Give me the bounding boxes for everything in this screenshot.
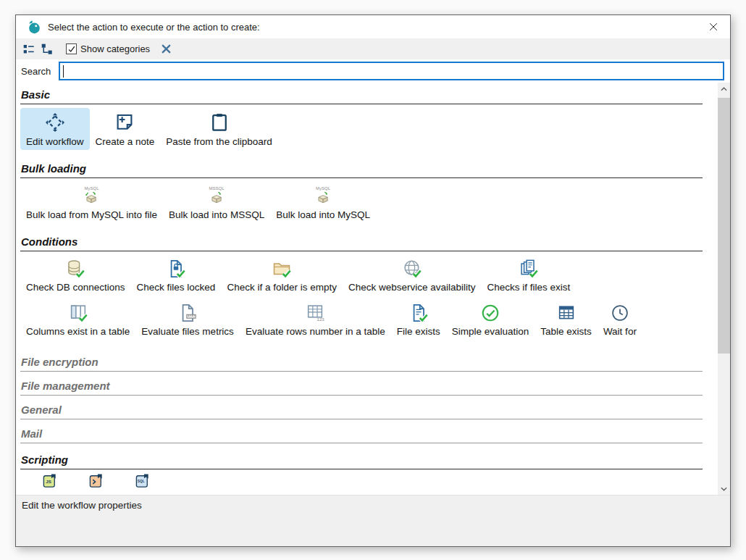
- columns-check-icon: [68, 303, 88, 323]
- db-type-tag: MSSQL: [209, 185, 225, 191]
- list-view-icon[interactable]: [20, 41, 37, 58]
- tree-view-icon[interactable]: [38, 41, 55, 58]
- db-type-tag: MySQL: [85, 185, 99, 191]
- scrollbar-thumb[interactable]: [718, 98, 730, 354]
- scroll-up-icon[interactable]: [718, 83, 730, 95]
- category-bulk-loading: Bulk loadingMySQLBulk load from MySQL in…: [20, 162, 719, 223]
- action-item-shell-script[interactable]: [88, 472, 105, 489]
- icon-area: [408, 303, 429, 323]
- svg-text:JS: JS: [46, 479, 51, 484]
- icon-area: [272, 259, 292, 279]
- icon-area: [519, 259, 539, 279]
- icon-area: [114, 112, 135, 133]
- action-item-label: File exists: [397, 326, 440, 338]
- action-item-label: Bulk load from MySQL into file: [26, 209, 157, 221]
- folder-check-icon: [272, 259, 292, 279]
- action-item-check-db-connections[interactable]: Check DB connections: [20, 255, 131, 296]
- db-type-tag: MySQL: [316, 185, 330, 191]
- action-item-simple-evaluation[interactable]: Simple evaluation: [446, 299, 535, 340]
- item-row: MySQLBulk load from MySQL into fileMSSQL…: [20, 182, 719, 223]
- selected-action-description: Edit the workflow properties: [22, 500, 724, 511]
- action-item-label: Evaluate files metrics: [141, 326, 234, 338]
- svg-text:SQL: SQL: [138, 480, 145, 483]
- action-item-label: Table exists: [540, 326, 592, 338]
- action-item-checks-if-files-exist[interactable]: Checks if files exist: [482, 255, 577, 296]
- action-item-bulk-load-from-mysql-into-file[interactable]: MySQLBulk load from MySQL into file: [20, 182, 163, 223]
- action-item-label: Check files locked: [137, 282, 216, 293]
- file-metrics-icon: [177, 303, 198, 323]
- category-mail: Mail: [20, 427, 719, 443]
- js-script-icon: JS: [42, 472, 59, 489]
- action-item-check-webservice-availability[interactable]: Check webservice availability: [343, 255, 482, 296]
- svg-text:123: 123: [317, 317, 325, 322]
- category-basic: BasicEdit workflowCreate a notePaste fro…: [20, 88, 719, 150]
- icon-area: [556, 303, 577, 323]
- globe-check-icon: [402, 259, 422, 279]
- action-item-create-a-note[interactable]: Create a note: [90, 108, 161, 150]
- icon-area: [402, 259, 422, 279]
- icon-area: 123: [305, 303, 325, 323]
- shell-script-icon: [88, 472, 105, 489]
- titlebar: Select the action to execute or the acti…: [16, 15, 730, 38]
- table-123-icon: 123: [305, 303, 325, 323]
- clipboard-icon: [209, 112, 230, 133]
- action-item-columns-exist-in-a-table[interactable]: Columns exist in a table: [20, 299, 135, 340]
- action-item-label: Paste from the clipboard: [166, 136, 272, 148]
- dialog-title: Select the action to execute or the acti…: [48, 22, 704, 33]
- action-item-label: Edit workflow: [26, 136, 84, 148]
- action-item-label: Check webservice availability: [348, 282, 476, 293]
- action-item-paste-from-the-clipboard[interactable]: Paste from the clipboard: [160, 108, 277, 150]
- action-item-edit-workflow[interactable]: Edit workflow: [20, 108, 90, 150]
- action-item-js-script[interactable]: JS: [42, 472, 59, 489]
- category-header-basic: Basic: [20, 88, 703, 104]
- action-item-label: Simple evaluation: [452, 326, 529, 338]
- icon-area: [65, 259, 85, 279]
- category-file-encryption: File encryption: [20, 356, 719, 372]
- edit-workflow-icon: [44, 112, 66, 133]
- action-item-bulk-load-into-mysql[interactable]: MySQLBulk load into MySQL: [270, 182, 376, 223]
- action-item-label: Bulk load into MySQL: [276, 209, 370, 221]
- category-conditions: ConditionsCheck DB connectionsCheck file…: [20, 235, 719, 340]
- icon-area: [209, 112, 230, 133]
- category-header-conditions: Conditions: [20, 235, 703, 251]
- action-item-label: Checks if files exist: [487, 282, 571, 293]
- action-item-evaluate-rows-number-in-a-table[interactable]: 123Evaluate rows number in a table: [240, 299, 391, 340]
- hop-logo-icon: [26, 19, 42, 35]
- category-header-mail: Mail: [20, 427, 703, 443]
- action-item-check-if-a-folder-is-empty[interactable]: Check if a folder is empty: [221, 255, 343, 296]
- action-item-bulk-load-into-mssql[interactable]: MSSQLBulk load into MSSQL: [163, 182, 270, 223]
- bulk-mysql-icon: [316, 191, 331, 206]
- show-categories-label: Show categories: [80, 43, 150, 54]
- icon-area: [88, 472, 105, 489]
- search-row: Search: [16, 59, 730, 83]
- file-locked-check-icon: [166, 259, 186, 279]
- item-row: JSSQL: [20, 472, 719, 489]
- category-header-file-management: File management: [20, 380, 703, 396]
- status-bar: Edit the workflow properties: [16, 495, 730, 546]
- action-item-table-exists[interactable]: Table exists: [535, 299, 598, 340]
- action-item-label: Evaluate rows number in a table: [246, 326, 385, 338]
- item-row: Edit workflowCreate a notePaste from the…: [20, 108, 719, 150]
- action-item-evaluate-files-metrics[interactable]: Evaluate files metrics: [135, 299, 240, 340]
- clear-search-icon[interactable]: [156, 41, 175, 58]
- icon-area: [610, 303, 630, 323]
- action-item-sql-script[interactable]: SQL: [135, 472, 151, 489]
- search-input[interactable]: [59, 62, 724, 80]
- files-check-icon: [519, 259, 539, 279]
- scroll-down-icon[interactable]: [718, 482, 730, 495]
- action-item-check-files-locked[interactable]: Check files locked: [131, 255, 222, 296]
- icon-area: MySQL: [84, 185, 99, 206]
- action-item-file-exists[interactable]: File exists: [391, 299, 446, 340]
- action-list: BasicEdit workflowCreate a notePaste fro…: [16, 83, 719, 495]
- clock-icon: [610, 303, 630, 323]
- action-selector-dialog: Select the action to execute or the acti…: [15, 14, 731, 547]
- category-file-management: File management: [20, 380, 719, 396]
- scrollbar[interactable]: [718, 83, 730, 495]
- text-caret: [63, 65, 64, 78]
- eval-check-icon: [480, 303, 500, 323]
- bulk-mssql-icon: [209, 191, 225, 206]
- show-categories-checkbox[interactable]: [66, 43, 77, 54]
- close-icon[interactable]: [704, 18, 723, 35]
- action-item-wait-for[interactable]: Wait for: [598, 299, 642, 340]
- sql-script-icon: SQL: [135, 472, 151, 489]
